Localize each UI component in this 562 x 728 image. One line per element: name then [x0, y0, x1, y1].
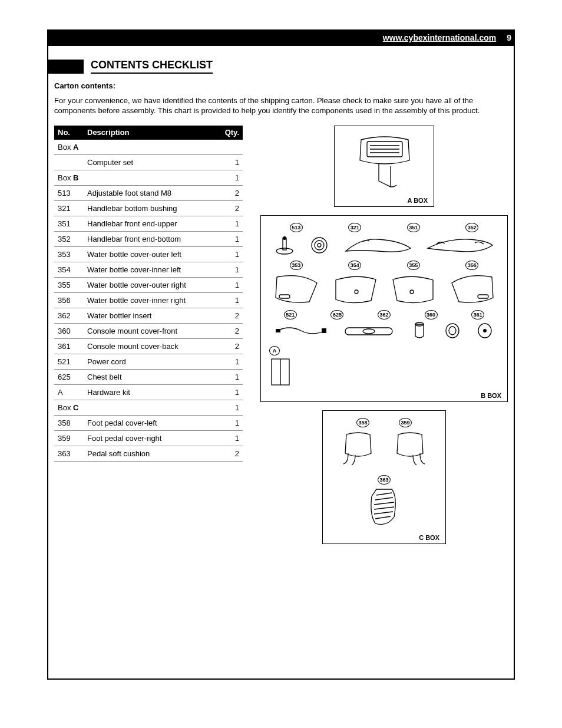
table-row: Computer set1 [54, 154, 243, 170]
qty-cell: 1 [218, 292, 243, 308]
desc-cell: Water bottler insert [84, 308, 218, 323]
handlebar-bottom-icon [425, 233, 495, 257]
svg-rect-14 [276, 329, 280, 332]
callout: 362 [378, 310, 391, 319]
no-cell: 513 [54, 185, 84, 200]
svg-rect-15 [322, 328, 326, 333]
desc-cell: Pedal soft cushion [84, 446, 218, 461]
callout: 625 [330, 310, 343, 319]
no-cell: 355 [54, 277, 84, 292]
power-cord-icon [275, 322, 328, 340]
qty-cell: 2 [218, 338, 243, 354]
svg-point-11 [355, 290, 358, 294]
callout: 353 [290, 261, 303, 270]
table-row: 321Handlebar bottom bushing2 [54, 200, 243, 216]
box-letter: C [73, 403, 78, 412]
table-row: 513Adjustable foot stand M82 [54, 185, 243, 200]
checklist-column: No. Description Qty. Box AComputer set1B… [54, 126, 243, 462]
desc-cell: Console mount cover-back [84, 338, 218, 354]
intro-text: For your convenience, we have identified… [54, 96, 508, 116]
desc-cell: Foot pedal cover-right [84, 430, 218, 446]
qty-cell: 2 [218, 308, 243, 323]
no-cell: 353 [54, 246, 84, 262]
svg-point-12 [410, 290, 414, 294]
table-row: 625Chest belt1 [54, 369, 243, 384]
foot-stand-icon [273, 233, 296, 257]
qty-cell: 1 [218, 400, 243, 415]
no-cell: 321 [54, 200, 84, 216]
box-label-cell: Box C [54, 400, 218, 415]
svg-point-4 [276, 248, 293, 254]
no-cell: 356 [54, 292, 84, 308]
qty-cell: 1 [218, 170, 243, 185]
desc-cell: Handlebar bottom bushing [84, 200, 218, 216]
bottle-cover-icon [388, 271, 438, 307]
callout: 521 [284, 310, 297, 319]
qty-cell: 1 [218, 277, 243, 292]
table-row: 363Pedal soft cushion2 [54, 446, 243, 461]
no-cell: 363 [54, 446, 84, 461]
table-row: 521Power cord1 [54, 354, 243, 369]
pedal-cushion-icon [363, 485, 405, 531]
svg-line-26 [375, 498, 393, 500]
svg-line-28 [374, 507, 394, 509]
content-frame: CONTENTS CHECKLIST Carton contents: For … [47, 46, 515, 680]
callout: A [269, 346, 280, 355]
table-row: Box C1 [54, 400, 243, 415]
box-prefix: Box [58, 403, 73, 412]
section-title-row: CONTENTS CHECKLIST [47, 59, 213, 74]
callout: 359 [399, 418, 412, 427]
desc-cell: Water bottle cover-outer right [84, 277, 218, 292]
bushing-icon [308, 233, 331, 257]
desc-cell: Handlebar front end-bottom [84, 231, 218, 246]
qty-cell: 1 [218, 415, 243, 430]
svg-line-27 [374, 502, 394, 505]
table-row: 353Water bottle cover-outer left1 [54, 246, 243, 262]
no-cell: 521 [54, 354, 84, 369]
table-row: 362Water bottler insert2 [54, 308, 243, 323]
desc-cell: Chest belt [84, 369, 218, 384]
body: Carton contents: For your convenience, w… [54, 81, 508, 552]
bottle-cover-icon [330, 271, 380, 307]
svg-point-9 [318, 243, 321, 247]
pedal-cover-left-icon [338, 429, 379, 470]
header-url[interactable]: www.cybexinternational.com [383, 33, 496, 42]
qty-cell [218, 139, 243, 154]
table-row: 361Console mount cover-back2 [54, 338, 243, 354]
a-box-diagram: A BOX [334, 126, 434, 207]
svg-line-25 [376, 493, 392, 495]
bottle-insert-icon [411, 321, 428, 341]
table-row: 355Water bottle cover-outer right1 [54, 277, 243, 292]
table-row: AHardware kit1 [54, 384, 243, 400]
svg-point-19 [446, 324, 459, 338]
table-row: 359Foot pedal cover-right1 [54, 430, 243, 446]
svg-point-20 [449, 327, 456, 335]
svg-rect-13 [478, 295, 488, 298]
qty-cell: 1 [218, 262, 243, 277]
no-cell: 358 [54, 415, 84, 430]
no-cell: 360 [54, 323, 84, 338]
qty-cell: 2 [218, 446, 243, 461]
desc-cell: Hardware kit [84, 384, 218, 400]
th-qty: Qty. [218, 126, 243, 140]
callout: 361 [471, 310, 484, 319]
callout: 513 [290, 223, 303, 232]
qty-cell: 1 [218, 154, 243, 170]
box-prefix: Box [58, 173, 73, 182]
no-cell: A [54, 384, 84, 400]
bottle-cover-icon [271, 271, 321, 307]
b-box-caption: B BOX [267, 392, 501, 399]
columns: No. Description Qty. Box AComputer set1B… [54, 126, 508, 552]
checklist-table: No. Description Qty. Box AComputer set1B… [54, 126, 243, 462]
mount-cover-front-icon [444, 322, 461, 340]
callout: 321 [348, 223, 361, 232]
desc-cell: Adjustable foot stand M8 [84, 185, 218, 200]
qty-cell: 2 [218, 185, 243, 200]
table-row: 354Water bottle cover-inner left1 [54, 262, 243, 277]
desc-cell: Console mount cover-front [84, 323, 218, 338]
svg-point-7 [312, 238, 327, 253]
qty-cell: 1 [218, 384, 243, 400]
diagram-column: A BOX 513 321 351 352 [260, 126, 508, 552]
no-cell: 625 [54, 369, 84, 384]
table-row: 360Console mount cover-front2 [54, 323, 243, 338]
